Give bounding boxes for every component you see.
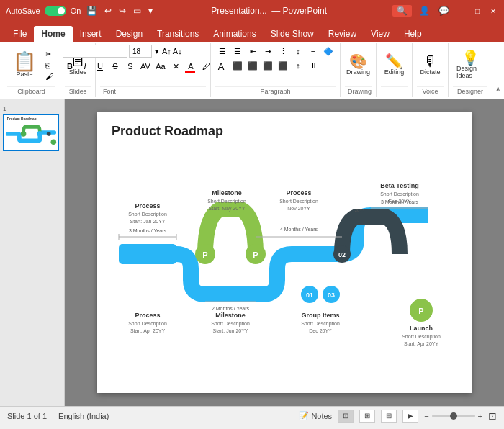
svg-text:Start: Jun 20YY: Start: Jun 20YY: [212, 328, 248, 333]
italic-button[interactable]: I: [78, 60, 92, 73]
zoom-in-button[interactable]: +: [478, 412, 482, 420]
copy-button[interactable]: ⎘: [43, 60, 55, 71]
share-icon[interactable]: 👤: [418, 4, 431, 17]
dictate-button[interactable]: 🎙 Dictate: [417, 52, 444, 78]
paste-button[interactable]: 📋 Paste: [7, 49, 42, 81]
align-text-button[interactable]: ≡: [306, 45, 320, 58]
tab-file[interactable]: File: [6, 26, 34, 42]
autosave-state: On: [71, 6, 81, 15]
svg-text:02: 02: [338, 251, 346, 258]
clipboard-group: 📋 Paste ✂ ⎘ 🖌 Clipboard: [3, 43, 60, 97]
undo-icon[interactable]: ↩: [103, 4, 113, 17]
ribbon-tabs: File Home Insert Design Transitions Anim…: [0, 22, 504, 42]
ribbon-collapse-button[interactable]: ∧: [492, 83, 503, 94]
editing-icon: ✏️: [385, 54, 403, 68]
case-button[interactable]: Aa: [153, 60, 168, 73]
cut-button[interactable]: ✂: [43, 49, 55, 60]
slide-sorter-button[interactable]: ⊞: [359, 410, 375, 423]
svg-text:Start: Apr 20YY: Start: Apr 20YY: [130, 328, 166, 334]
underline-button[interactable]: U: [93, 60, 107, 73]
tab-design[interactable]: Design: [109, 26, 150, 42]
slideshow-icon[interactable]: ▭: [132, 4, 143, 17]
svg-text:Beta Testing: Beta Testing: [380, 182, 418, 189]
increase-indent-button[interactable]: ⇥: [261, 45, 275, 58]
align-right-button[interactable]: ⬛: [261, 59, 275, 72]
minimize-button[interactable]: —: [456, 6, 467, 16]
copy-icon: ⎘: [45, 61, 50, 70]
slideshow-view-button[interactable]: ▶: [402, 410, 418, 423]
zoom-thumb: [450, 412, 457, 420]
tab-view[interactable]: View: [364, 26, 397, 42]
slide-thumb-image[interactable]: Product Roadmap: [3, 114, 59, 151]
shadow-button[interactable]: S: [123, 60, 138, 73]
maximize-button[interactable]: □: [472, 6, 482, 16]
tab-insert[interactable]: Insert: [73, 26, 109, 42]
voice-label: Voice: [417, 86, 444, 96]
tab-home[interactable]: Home: [34, 26, 72, 42]
editing-items: ✏️ Editing: [381, 45, 408, 85]
editing-button[interactable]: ✏️ Editing: [381, 52, 408, 78]
format-painter-button[interactable]: 🖌: [43, 71, 55, 81]
notes-button[interactable]: 📝 Notes: [299, 411, 332, 420]
customize-icon[interactable]: ▾: [147, 4, 154, 17]
font-label: Font: [100, 86, 206, 96]
clipboard-items: 📋 Paste ✂ ⎘ 🖌: [7, 45, 55, 85]
strikethrough-button[interactable]: S: [108, 60, 122, 73]
font-name-input[interactable]: [63, 45, 127, 58]
svg-text:Process: Process: [135, 312, 160, 319]
svg-point-3: [37, 131, 43, 137]
align-center-button[interactable]: ⬛: [246, 59, 260, 72]
search-box[interactable]: 🔍: [392, 5, 412, 17]
decrease-indent-button[interactable]: ⇤: [246, 45, 260, 58]
svg-text:Nov 20YY: Nov 20YY: [287, 206, 310, 211]
dictate-label: Dictate: [420, 68, 441, 76]
fit-button[interactable]: ⊡: [488, 410, 497, 422]
line-spacing-button[interactable]: ↕: [291, 59, 305, 72]
drawing-group: 🎨 Drawing Drawing: [341, 43, 377, 97]
increase-font-btn[interactable]: A↑: [162, 47, 171, 55]
zoom-slider[interactable]: [432, 415, 475, 417]
close-button[interactable]: ✕: [488, 6, 498, 16]
svg-text:4 Months / Years: 4 Months / Years: [280, 227, 318, 232]
font-color-button[interactable]: A: [184, 60, 198, 73]
svg-point-4: [47, 132, 51, 136]
align-left-button[interactable]: ⬛: [230, 59, 245, 72]
smartart-button[interactable]: 🔷: [321, 45, 336, 58]
svg-text:Short Description: Short Description: [380, 191, 419, 197]
text-direction-button[interactable]: ↕: [291, 45, 305, 58]
comments-icon[interactable]: 💬: [437, 4, 451, 17]
svg-text:P: P: [253, 250, 258, 259]
tab-animations[interactable]: Animations: [206, 26, 263, 42]
tab-review[interactable]: Review: [321, 26, 364, 42]
clear-format-button[interactable]: ✕: [168, 60, 183, 73]
tab-help[interactable]: Help: [397, 26, 429, 42]
svg-text:Process: Process: [286, 189, 311, 197]
font-size-input[interactable]: [129, 45, 152, 58]
tab-transitions[interactable]: Transitions: [150, 26, 206, 42]
autosave-toggle[interactable]: [45, 6, 66, 16]
design-ideas-button[interactable]: 💡 Design Ideas: [453, 48, 487, 81]
normal-view-button[interactable]: ⊡: [338, 410, 354, 423]
slide-thumbnail-1[interactable]: 1 Product Roadmap: [3, 105, 61, 151]
svg-text:Milestone: Milestone: [212, 189, 242, 197]
decrease-font-btn[interactable]: A↓: [173, 47, 182, 55]
font-size-dropdown[interactable]: ▾: [153, 47, 161, 56]
align-btns: ⬛ ⬛ ⬛ ⬛ ↕ ⏸: [230, 59, 320, 72]
clipboard-label: Clipboard: [7, 86, 55, 96]
column-button[interactable]: ⋮: [276, 45, 290, 58]
format-painter-icon: 🖌: [45, 72, 53, 81]
bullets-button[interactable]: ☰: [215, 45, 230, 58]
drawing-button[interactable]: 🎨 Drawing: [343, 52, 374, 78]
tab-slideshow[interactable]: Slide Show: [264, 26, 321, 42]
justify-button[interactable]: ⬛: [276, 59, 290, 72]
redo-icon[interactable]: ↪: [117, 4, 127, 17]
notes-icon: 📝: [299, 411, 309, 420]
bold-button[interactable]: B: [63, 60, 77, 73]
zoom-out-button[interactable]: −: [424, 412, 428, 420]
svg-text:Dec 20YY: Dec 20YY: [309, 328, 332, 333]
numbered-list-button[interactable]: ☰: [230, 45, 245, 58]
save-icon[interactable]: 💾: [85, 4, 99, 17]
spacing-button[interactable]: AV: [138, 60, 153, 73]
reading-view-button[interactable]: ⊟: [381, 410, 397, 423]
columns-button[interactable]: ⏸: [306, 59, 320, 72]
